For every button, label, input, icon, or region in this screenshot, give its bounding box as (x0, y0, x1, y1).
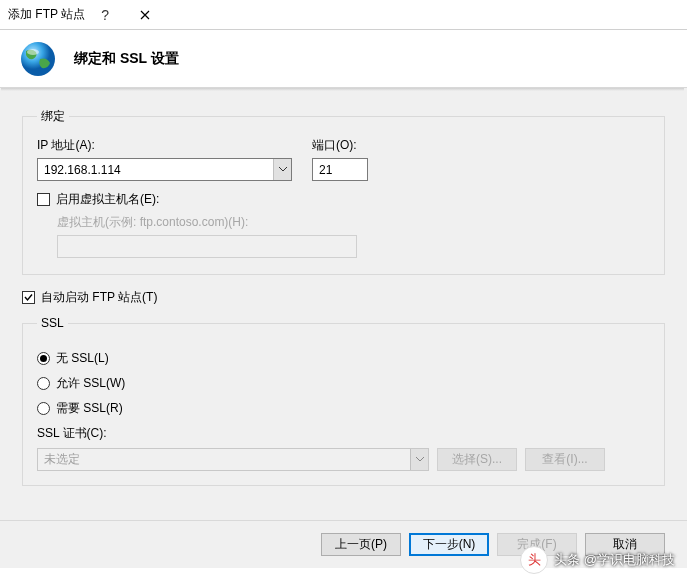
radio-dot-icon (40, 355, 47, 362)
header-shadow (1, 88, 684, 91)
port-input[interactable] (312, 158, 368, 181)
binding-legend: 绑定 (37, 108, 69, 125)
enable-vhost-label: 启用虚拟主机名(E): (56, 191, 159, 208)
ssl-none-radio[interactable] (37, 352, 50, 365)
titlebar: 添加 FTP 站点 ? (0, 0, 687, 30)
ssl-cert-dropdown-button (410, 449, 428, 470)
next-button[interactable]: 下一步(N) (409, 533, 489, 556)
ssl-allow-radio[interactable] (37, 377, 50, 390)
page-title: 绑定和 SSL 设置 (74, 50, 179, 68)
vhost-input (57, 235, 357, 258)
window-title: 添加 FTP 站点 (8, 6, 85, 23)
close-icon (140, 10, 150, 20)
cancel-button[interactable]: 取消 (585, 533, 665, 556)
ssl-cert-combo (37, 448, 429, 471)
ssl-select-button: 选择(S)... (437, 448, 517, 471)
ssl-cert-label: SSL 证书(C): (37, 426, 107, 440)
help-button[interactable]: ? (85, 0, 125, 30)
svg-point-1 (27, 49, 39, 55)
vhost-label: 虚拟主机(示例: ftp.contoso.com)(H): (57, 214, 357, 231)
svg-point-0 (21, 42, 55, 76)
chevron-down-icon (416, 457, 424, 462)
globe-icon (18, 39, 58, 79)
prev-button[interactable]: 上一页(P) (321, 533, 401, 556)
close-button[interactable] (125, 0, 165, 30)
ssl-none-label: 无 SSL(L) (56, 350, 109, 367)
ssl-group: SSL 无 SSL(L) 允许 SSL(W) 需要 SSL(R) SSL 证书(… (22, 316, 665, 486)
ip-address-label: IP 地址(A): (37, 137, 292, 154)
ssl-none-radio-row[interactable]: 无 SSL(L) (37, 350, 650, 367)
checkmark-icon (23, 292, 34, 303)
ssl-allow-label: 允许 SSL(W) (56, 375, 125, 392)
ssl-require-label: 需要 SSL(R) (56, 400, 123, 417)
wizard-header: 绑定和 SSL 设置 (0, 30, 687, 88)
ssl-require-radio[interactable] (37, 402, 50, 415)
ip-address-dropdown-button[interactable] (273, 159, 291, 180)
binding-group: 绑定 IP 地址(A): 端口(O): 启用虚拟主机名(E): 虚拟主机 (22, 108, 665, 275)
autostart-checkbox-row[interactable]: 自动启动 FTP 站点(T) (22, 289, 665, 306)
enable-vhost-checkbox[interactable] (37, 193, 50, 206)
autostart-checkbox[interactable] (22, 291, 35, 304)
port-label: 端口(O): (312, 137, 368, 154)
wizard-content: 绑定 IP 地址(A): 端口(O): 启用虚拟主机名(E): 虚拟主机 (0, 88, 687, 520)
ssl-view-button: 查看(I)... (525, 448, 605, 471)
ip-address-input[interactable] (38, 159, 273, 180)
ssl-legend: SSL (37, 316, 68, 330)
enable-vhost-checkbox-row[interactable]: 启用虚拟主机名(E): (37, 191, 650, 208)
autostart-label: 自动启动 FTP 站点(T) (41, 289, 157, 306)
finish-button: 完成(F) (497, 533, 577, 556)
chevron-down-icon (279, 167, 287, 172)
ip-address-combo[interactable] (37, 158, 292, 181)
ssl-allow-radio-row[interactable]: 允许 SSL(W) (37, 375, 650, 392)
wizard-footer: 上一页(P) 下一步(N) 完成(F) 取消 (0, 520, 687, 568)
ssl-require-radio-row[interactable]: 需要 SSL(R) (37, 400, 650, 417)
ssl-cert-input (38, 449, 410, 470)
